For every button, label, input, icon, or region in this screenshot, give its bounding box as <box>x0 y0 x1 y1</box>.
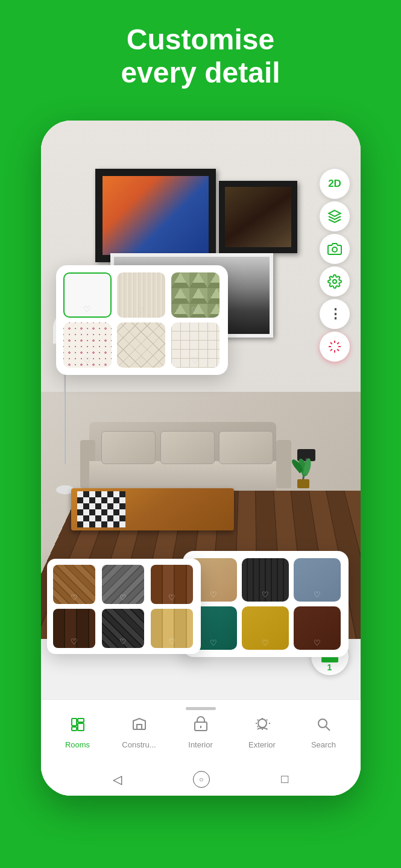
svg-rect-14 <box>137 725 142 729</box>
interior-icon <box>192 716 209 737</box>
fabric-popup: ♡ ♡ ♡ ♡ ♡ ♡ <box>183 551 349 657</box>
exterior-icon <box>254 716 271 737</box>
camera-button[interactable] <box>320 234 350 264</box>
painting-large <box>95 169 216 262</box>
plant <box>291 446 315 488</box>
wood-item-black-herringbone[interactable]: ♡ <box>102 609 144 648</box>
svg-line-4 <box>330 342 332 344</box>
phone-bottom-bar: ◁ ○ □ <box>41 763 361 796</box>
3d-button[interactable] <box>320 201 350 231</box>
svg-rect-13 <box>78 723 84 731</box>
svg-rect-10 <box>72 719 77 726</box>
nav-tabs: Rooms Constru... <box>41 710 361 752</box>
fabric-heart-teal: ♡ <box>210 638 217 647</box>
rooms-icon <box>69 716 86 737</box>
interior-label: Interior <box>188 740 212 749</box>
gear-icon <box>327 274 342 289</box>
texture-heart-birch: ♡ <box>137 306 145 315</box>
texture-heart-floral: ♡ <box>83 356 91 365</box>
settings-button[interactable] <box>320 266 350 297</box>
texture-item-birch[interactable]: ♡ <box>117 272 165 318</box>
phone-container: 2D ⋮ <box>41 121 361 796</box>
nav-tab-rooms[interactable]: Rooms <box>51 716 105 749</box>
svg-point-0 <box>332 247 337 252</box>
home-button[interactable]: ○ <box>193 771 210 788</box>
camera-icon <box>327 242 342 256</box>
phone-screen: 2D ⋮ <box>41 121 361 796</box>
painting-medium <box>219 181 297 253</box>
texture-item-triangles[interactable]: ♡ <box>171 272 219 318</box>
texture-heart-grid: ♡ <box>191 356 199 365</box>
fabric-heart-gold: ♡ <box>262 638 269 647</box>
svg-rect-11 <box>72 727 77 731</box>
texture-popup: ♡ ♡ ♡ ♡ ♡ ♡ <box>56 265 228 375</box>
wood-item-light[interactable]: ♡ <box>151 609 193 648</box>
side-toolbar: 2D ⋮ <box>318 169 352 362</box>
nav-tab-construct[interactable]: Constru... <box>112 716 166 749</box>
search-icon <box>315 716 332 737</box>
texture-item-floral[interactable]: ♡ <box>63 322 112 368</box>
fabric-item-brown[interactable]: ♡ <box>294 606 341 650</box>
texture-item-white[interactable]: ♡ <box>63 272 112 318</box>
wood-item-grey-herringbone[interactable]: ♡ <box>102 565 144 604</box>
texture-item-grid[interactable]: ♡ <box>171 322 219 368</box>
cube-icon <box>327 209 342 224</box>
nav-tab-search[interactable]: Search <box>297 716 351 749</box>
construct-label: Constru... <box>122 740 156 749</box>
wood-popup: ♡ ♡ ♡ ♡ ♡ ♡ <box>47 559 201 654</box>
svg-point-18 <box>258 719 267 728</box>
svg-line-20 <box>326 727 330 731</box>
texture-item-diamond[interactable]: ♡ <box>117 322 165 368</box>
svg-rect-12 <box>78 719 84 722</box>
sparkle-icon <box>327 339 342 354</box>
layers-number: 1 <box>327 662 332 672</box>
wood-heart-6: ♡ <box>168 637 175 646</box>
svg-line-9 <box>337 342 339 344</box>
construct-icon <box>131 716 148 737</box>
wood-heart-5: ♡ <box>119 637 127 646</box>
rooms-label: Rooms <box>65 740 90 749</box>
header-section: Customise every detail <box>0 0 401 104</box>
wood-item-walnut[interactable]: ♡ <box>151 565 193 604</box>
exterior-label: Exterior <box>248 740 276 749</box>
texture-heart-triangles: ♡ <box>191 306 199 315</box>
nav-tab-interior[interactable]: Interior <box>174 716 228 749</box>
fabric-item-gold[interactable]: ♡ <box>242 606 289 650</box>
wood-item-herringbone[interactable]: ♡ <box>53 565 95 604</box>
more-button[interactable]: ⋮ <box>320 299 350 329</box>
recent-button[interactable]: □ <box>281 772 288 786</box>
fabric-heart-slate: ♡ <box>314 590 321 599</box>
svg-line-5 <box>337 349 339 351</box>
wood-heart-1: ♡ <box>71 593 78 602</box>
svg-line-8 <box>330 349 332 351</box>
wood-heart-3: ♡ <box>168 593 175 602</box>
back-button[interactable]: ◁ <box>113 772 122 787</box>
fabric-heart-dark: ♡ <box>262 590 269 599</box>
bottom-nav: Rooms Constru... <box>41 699 361 796</box>
nav-tab-exterior[interactable]: Exterior <box>235 716 289 749</box>
sparkle-button[interactable] <box>320 332 350 362</box>
texture-heart-diamond: ♡ <box>137 356 145 365</box>
2d-button[interactable]: 2D <box>320 169 350 199</box>
wood-heart-4: ♡ <box>71 637 78 646</box>
fabric-heart-tan: ♡ <box>210 590 217 599</box>
fabric-item-dark[interactable]: ♡ <box>242 558 289 602</box>
wood-item-dark[interactable]: ♡ <box>53 609 95 648</box>
svg-point-1 <box>333 280 336 283</box>
search-label: Search <box>311 740 336 749</box>
fabric-heart-brown: ♡ <box>314 638 321 647</box>
header-title: Customise every detail <box>36 23 365 89</box>
wood-heart-2: ♡ <box>119 593 127 602</box>
fabric-item-slate[interactable]: ♡ <box>294 558 341 602</box>
texture-heart-white: ♡ <box>83 304 91 314</box>
svg-point-19 <box>318 719 327 728</box>
